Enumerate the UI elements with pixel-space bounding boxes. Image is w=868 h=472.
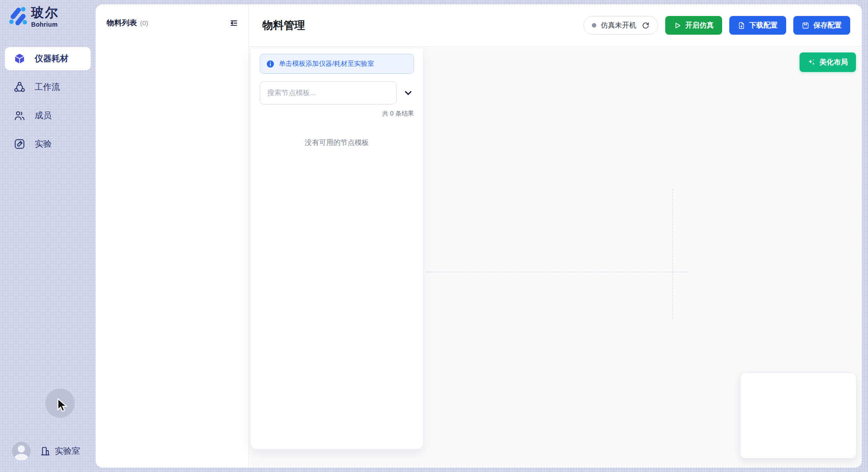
panel-fold-icon[interactable] xyxy=(229,18,239,28)
beautify-layout-label: 美化布局 xyxy=(820,58,848,67)
refresh-icon[interactable] xyxy=(642,21,650,29)
bohrium-logo-icon xyxy=(7,5,28,25)
lab-entry[interactable]: 实验室 xyxy=(40,445,80,457)
sidebar-item-label: 工作流 xyxy=(35,81,60,93)
test-tube-icon xyxy=(14,138,25,150)
content-card: 物料列表 (0) 物料管理 仿真未开机 xyxy=(96,4,862,468)
sidebar-item-experiment[interactable]: 实验 xyxy=(5,132,91,156)
template-hint-text: 单击模板添加仪器/耗材至实验室 xyxy=(279,60,374,68)
template-hint-banner: 单击模板添加仪器/耗材至实验室 xyxy=(260,54,414,74)
start-simulation-button[interactable]: 开启仿真 xyxy=(665,16,722,35)
sidebar-nav: 仪器耗材 工作流 xyxy=(5,47,91,156)
download-config-label: 下载配置 xyxy=(749,21,778,30)
sidebar-item-label: 成员 xyxy=(35,110,52,121)
minimap[interactable] xyxy=(740,372,856,459)
template-empty-text: 没有可用的节点模板 xyxy=(260,138,414,148)
cube-icon xyxy=(14,53,25,64)
status-dot-icon xyxy=(592,23,596,28)
page-title: 物料管理 xyxy=(262,18,305,32)
sidebar-item-label: 实验 xyxy=(35,138,52,150)
save-config-button[interactable]: 保存配置 xyxy=(793,16,850,35)
main-header: 物料管理 仿真未开机 开启仿真 xyxy=(249,4,862,47)
simulation-status-pill[interactable]: 仿真未开机 xyxy=(583,16,658,35)
workflow-icon xyxy=(14,81,25,93)
building-icon xyxy=(40,446,51,456)
sidebar-item-workflow[interactable]: 工作流 xyxy=(5,76,91,99)
sparkles-icon xyxy=(808,58,816,66)
node-template-panel: 单击模板添加仪器/耗材至实验室 共 0 条结果 没有可用的节点模板 xyxy=(250,49,423,449)
sidebar-footer: 实验室 xyxy=(12,442,80,460)
material-list-count: (0) xyxy=(140,19,148,27)
canvas-guide-horizontal xyxy=(426,272,689,272)
download-config-button[interactable]: 下载配置 xyxy=(729,16,786,35)
sidebar-item-members[interactable]: 成员 xyxy=(5,104,91,127)
info-icon xyxy=(266,60,274,68)
members-icon xyxy=(14,110,25,121)
sidebar-item-instruments[interactable]: 仪器耗材 xyxy=(5,47,91,70)
play-icon xyxy=(674,22,681,29)
sidebar: 玻尔 Bohrium 仪器耗材 xyxy=(0,0,96,472)
sidebar-item-label: 仪器耗材 xyxy=(35,53,68,64)
chevron-down-icon[interactable] xyxy=(402,87,414,99)
lab-entry-label: 实验室 xyxy=(55,445,80,457)
brand-name: 玻尔 Bohrium xyxy=(31,5,59,28)
start-simulation-label: 开启仿真 xyxy=(685,21,714,30)
user-avatar[interactable] xyxy=(12,442,31,460)
template-result-count: 共 0 条结果 xyxy=(260,110,414,118)
brand-name-en: Bohrium xyxy=(31,21,59,28)
mouse-cursor xyxy=(54,397,70,413)
template-search-input[interactable] xyxy=(260,81,397,104)
file-download-icon xyxy=(738,22,745,29)
simulation-status-label: 仿真未开机 xyxy=(601,21,636,30)
brand-name-zh: 玻尔 xyxy=(31,6,59,19)
beautify-layout-button[interactable]: 美化布局 xyxy=(800,52,856,72)
material-list-title: 物料列表 xyxy=(107,18,137,28)
save-icon xyxy=(802,22,809,29)
brand-logo: 玻尔 Bohrium xyxy=(7,5,59,28)
save-config-label: 保存配置 xyxy=(813,21,842,30)
material-list-panel: 物料列表 (0) xyxy=(96,4,249,468)
canvas-guide-vertical xyxy=(672,189,673,319)
